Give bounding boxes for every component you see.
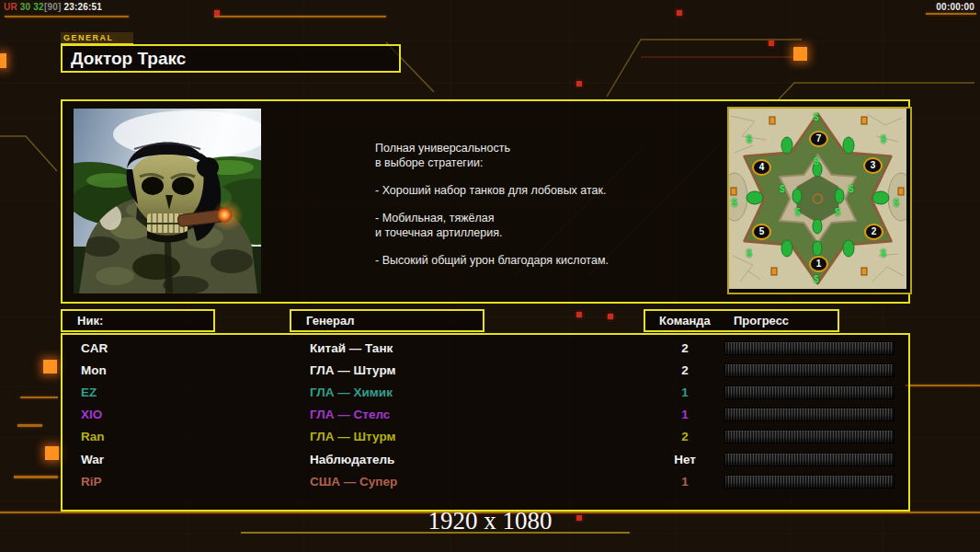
supply-marker: $ (881, 248, 886, 259)
supply-marker: $ (795, 207, 801, 217)
player-team: Нет (645, 453, 724, 466)
player-nick: War (63, 453, 310, 466)
player-progress-bar (724, 475, 895, 489)
player-team: 2 (645, 363, 724, 377)
supply-marker: $ (894, 198, 899, 208)
general-info-panel: Полная универсальностьв выборе стратегии… (61, 99, 910, 304)
player-general: Наблюдатель (310, 453, 645, 466)
decor-square-orange (793, 47, 807, 61)
player-nick: CAR (63, 341, 310, 355)
decor-square-red (576, 312, 582, 317)
decor-line (906, 385, 980, 386)
table-row: War Наблюдатель Нет (63, 448, 908, 470)
general-name: Доктор Тракс (63, 46, 399, 71)
player-nick: EZ (63, 385, 310, 399)
decor-square-red (608, 314, 613, 319)
decor-square-red (769, 40, 774, 46)
player-roster-panel: CAR Китай — Танк 2 Mon ГЛА — Штурм 2 EZ … (61, 333, 910, 512)
map-start-position: 2 (864, 224, 883, 240)
decor-square-orange (0, 53, 6, 68)
decor-square-red (214, 10, 220, 16)
player-nick: XIO (63, 408, 310, 421)
performance-overlay: UR 30 32[90] 23:26:51 (4, 2, 102, 12)
supply-marker: $ (814, 112, 819, 122)
decor-line (926, 13, 976, 15)
resolution-label: 1920 x 1080 (428, 507, 553, 535)
table-row: RiP США — Супер 1 (63, 470, 908, 492)
table-row: EZ ГЛА — Химик 1 (63, 381, 908, 403)
general-title-box: Доктор Тракс (61, 44, 401, 73)
player-nick: Ran (63, 430, 310, 443)
supply-marker: $ (814, 156, 819, 167)
map-start-position: 4 (752, 159, 771, 176)
player-team: 1 (645, 408, 724, 421)
header-nick: Ник: (61, 309, 215, 332)
table-row: Mon ГЛА — Штурм 2 (63, 359, 908, 381)
player-progress-bar (724, 430, 895, 443)
player-nick: RiP (63, 475, 310, 489)
header-team: Команда (659, 311, 711, 330)
supply-marker: $ (835, 207, 840, 217)
player-general: ГЛА — Штурм (310, 430, 645, 443)
supply-marker: $ (746, 134, 752, 144)
player-team: 2 (645, 430, 724, 443)
dr-thrax-portrait-art (74, 109, 261, 293)
general-tab-label: GENERAL (61, 32, 133, 45)
map-start-positions: 743521$$$$$$$$$$$$$ (729, 109, 906, 289)
player-progress-bar (724, 341, 895, 355)
map-start-position: 5 (752, 224, 771, 240)
decor-square-orange (43, 360, 57, 374)
map-preview: 743521$$$$$$$$$$$$$ (727, 107, 912, 294)
table-row: XIO ГЛА — Стелс 1 (63, 404, 908, 426)
decor-line (214, 16, 386, 17)
player-general: ГЛА — Штурм (310, 363, 645, 377)
supply-marker: $ (780, 184, 785, 194)
decor-square-red (576, 515, 582, 521)
player-team: 1 (645, 475, 724, 489)
player-team: 2 (645, 341, 724, 355)
supply-marker: $ (732, 198, 737, 208)
table-row: CAR Китай — Танк 2 (63, 337, 908, 359)
player-general: ГЛА — Стелс (310, 408, 645, 421)
supply-marker: $ (746, 248, 752, 259)
player-team: 1 (645, 385, 724, 399)
decor-square-red (576, 81, 582, 86)
decor-square-red (677, 10, 682, 16)
player-progress-bar (724, 453, 895, 466)
decor-line (20, 397, 58, 398)
decor-line (14, 476, 58, 478)
player-general: США — Супер (310, 475, 645, 489)
map-start-position: 7 (809, 131, 828, 147)
map-start-position: 1 (809, 256, 828, 272)
map-start-position: 3 (863, 157, 883, 174)
header-team-progress: Команда Прогресс (644, 309, 839, 332)
player-progress-bar (724, 385, 895, 399)
player-general: Китай — Танк (310, 341, 645, 355)
player-progress-bar (724, 363, 895, 377)
header-progress: Прогресс (734, 311, 789, 330)
general-description: Полная универсальностьв выборе стратегии… (375, 141, 697, 268)
player-nick: Mon (63, 363, 310, 377)
supply-marker: $ (814, 274, 819, 284)
general-portrait (74, 109, 261, 293)
match-timer: 00:00:00 (936, 2, 974, 12)
decor-square-orange (45, 446, 59, 460)
header-general: Генерал (290, 309, 484, 332)
player-general: ГЛА — Химик (310, 385, 645, 399)
decor-line (5, 16, 129, 17)
supply-marker: $ (881, 134, 886, 144)
player-progress-bar (724, 408, 895, 421)
decor-line (17, 424, 42, 427)
table-row: Ran ГЛА — Штурм 2 (63, 426, 908, 448)
roster-rows: CAR Китай — Танк 2 Mon ГЛА — Штурм 2 EZ … (63, 337, 908, 492)
supply-marker: $ (849, 184, 854, 194)
